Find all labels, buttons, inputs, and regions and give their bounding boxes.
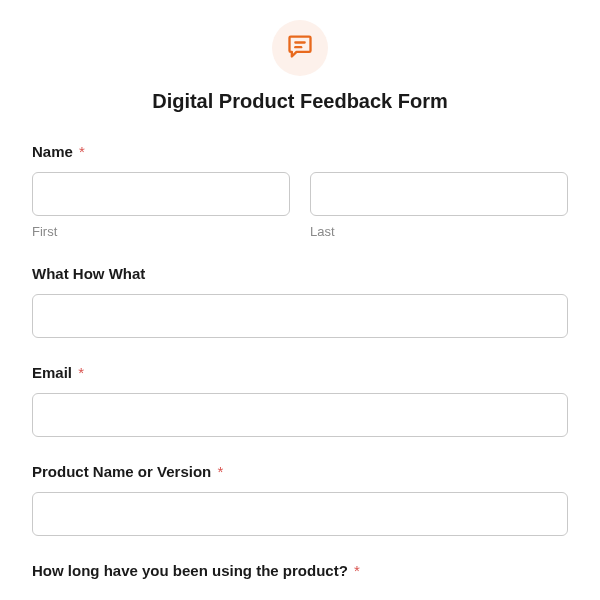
first-name-input[interactable]	[32, 172, 290, 216]
field-product: Product Name or Version *	[32, 463, 568, 536]
required-star: *	[354, 562, 360, 579]
name-last-col: Last	[310, 172, 568, 239]
field-what: What How What	[32, 265, 568, 338]
label-duration: How long have you been using the product…	[32, 562, 568, 579]
what-input[interactable]	[32, 294, 568, 338]
icon-wrapper	[32, 20, 568, 76]
label-what: What How What	[32, 265, 568, 282]
required-star: *	[79, 143, 85, 160]
email-input[interactable]	[32, 393, 568, 437]
field-name: Name * First Last	[32, 143, 568, 239]
product-input[interactable]	[32, 492, 568, 536]
label-what-text: What How What	[32, 265, 145, 282]
name-row: First Last	[32, 172, 568, 239]
feedback-form: Digital Product Feedback Form Name * Fir…	[0, 0, 600, 579]
label-product-text: Product Name or Version	[32, 463, 211, 480]
field-duration: How long have you been using the product…	[32, 562, 568, 579]
required-star: *	[78, 364, 84, 381]
label-name-text: Name	[32, 143, 73, 160]
field-email: Email *	[32, 364, 568, 437]
label-email: Email *	[32, 364, 568, 381]
icon-circle	[272, 20, 328, 76]
form-title: Digital Product Feedback Form	[32, 90, 568, 113]
chat-icon	[286, 32, 314, 64]
label-email-text: Email	[32, 364, 72, 381]
required-star: *	[217, 463, 223, 480]
first-name-sublabel: First	[32, 224, 290, 239]
last-name-sublabel: Last	[310, 224, 568, 239]
label-duration-text: How long have you been using the product…	[32, 562, 348, 579]
name-first-col: First	[32, 172, 290, 239]
label-product: Product Name or Version *	[32, 463, 568, 480]
last-name-input[interactable]	[310, 172, 568, 216]
label-name: Name *	[32, 143, 568, 160]
